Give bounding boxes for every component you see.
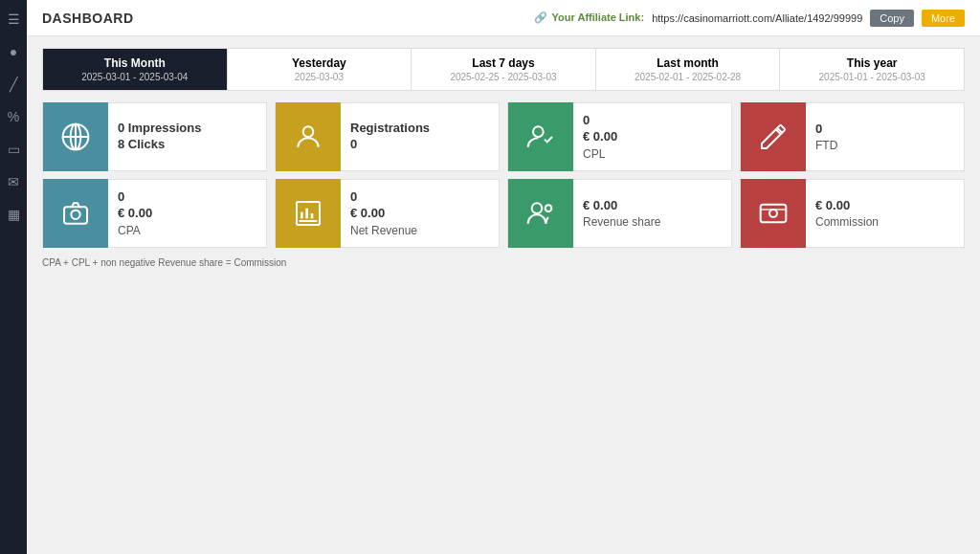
tab-last-month[interactable]: Last month 2025-02-01 - 2025-02-28: [596, 49, 781, 90]
net-revenue-value2: € 0.00: [350, 206, 489, 222]
cpa-value1: 0: [118, 189, 256, 206]
tab-this-month-date: 2025-03-01 - 2025-03-04: [53, 72, 217, 82]
net-revenue-label: Net Revenue: [350, 224, 489, 237]
revenue-share-value: € 0.00: [583, 198, 722, 214]
stat-card-impressions: 0 Impressions 8 Clicks: [42, 102, 267, 171]
svg-point-5: [533, 126, 544, 137]
tab-lastmonth-label: Last month: [606, 56, 770, 70]
sidebar-menu-icon[interactable]: ☰: [4, 10, 23, 29]
commission-label: Commission: [815, 215, 954, 229]
ftd-icon-box: [741, 102, 806, 171]
ftd-value: 0: [815, 122, 954, 138]
net-revenue-icon-box: [276, 179, 341, 248]
stat-card-revenue-share: € 0.00 Revenue share: [507, 179, 732, 248]
camera-icon: [60, 198, 91, 229]
copy-button[interactable]: Copy: [870, 10, 914, 27]
tab-this-month[interactable]: This Month 2025-03-01 - 2025-03-04: [43, 49, 228, 90]
formula-note: CPA + CPL + non negative Revenue share =…: [42, 257, 965, 268]
affiliate-url: https://casinomarriott.com/Alliate/1492/…: [652, 12, 862, 24]
svg-point-4: [303, 126, 314, 137]
clicks-value: 8 Clicks: [118, 137, 256, 153]
revenue-share-label: Revenue share: [583, 215, 722, 229]
sidebar-user-icon[interactable]: ●: [4, 42, 23, 61]
header: DASHBOARD 🔗 Your Affiliate Link: https:/…: [27, 0, 980, 36]
svg-point-14: [546, 205, 552, 211]
link-icon: 🔗: [534, 11, 547, 23]
cpa-info: 0 € 0.00 CPA: [108, 182, 266, 245]
tab-thisyear-label: This year: [790, 56, 954, 70]
page-title: DASHBOARD: [42, 11, 134, 26]
tab-yesterday-label: Yesterday: [237, 56, 402, 70]
tab-last7-label: Last 7 days: [421, 56, 586, 70]
impressions-info: 0 Impressions 8 Clicks: [108, 113, 266, 161]
sidebar-envelope-icon[interactable]: ✉: [4, 172, 23, 191]
tab-yesterday[interactable]: Yesterday 2025-03-03: [228, 49, 412, 90]
sidebar-percent-icon[interactable]: %: [4, 107, 23, 126]
commission-value: € 0.00: [815, 198, 954, 214]
sidebar-chart-icon[interactable]: ╱: [4, 75, 23, 94]
date-tabs: This Month 2025-03-01 - 2025-03-04 Yeste…: [42, 48, 965, 91]
stat-card-cpa: 0 € 0.00 CPA: [42, 179, 267, 248]
svg-rect-15: [761, 205, 787, 223]
tab-thisyear-date: 2025-01-01 - 2025-03-03: [790, 72, 954, 82]
ftd-label: FTD: [815, 139, 954, 152]
pen-icon: [758, 122, 789, 152]
stat-card-cpl: 0 € 0.00 CPL: [507, 102, 732, 171]
net-revenue-value1: 0: [350, 189, 489, 206]
stat-card-commission: € 0.00 Commission: [740, 179, 965, 248]
sidebar: ☰ ● ╱ % ▭ ✉ ▦: [0, 0, 27, 554]
content-area: This Month 2025-03-01 - 2025-03-04 Yeste…: [27, 36, 980, 554]
affiliate-link-area: 🔗 Your Affiliate Link: https://casinomar…: [534, 10, 965, 27]
affiliate-link-label: 🔗 Your Affiliate Link:: [534, 11, 644, 24]
cpl-value1: 0: [583, 113, 722, 129]
tab-last7-date: 2025-02-25 - 2025-03-03: [421, 72, 586, 82]
stat-card-ftd: 0 FTD: [740, 102, 965, 171]
svg-point-7: [71, 211, 79, 219]
net-revenue-info: 0 € 0.00 Net Revenue: [341, 182, 499, 245]
impressions-value: 0 Impressions: [118, 121, 256, 137]
cpl-label: CPL: [583, 147, 722, 161]
photo-icon: [758, 198, 789, 229]
registrations-info: Registrations 0: [341, 113, 499, 161]
commission-icon-box: [741, 179, 806, 248]
main-content: DASHBOARD 🔗 Your Affiliate Link: https:/…: [27, 0, 980, 554]
registrations-label: Registrations: [350, 121, 489, 137]
cpl-value2: € 0.00: [583, 129, 722, 145]
tab-yesterday-date: 2025-03-03: [237, 72, 402, 82]
registrations-icon-box: [276, 102, 341, 171]
tab-lastmonth-date: 2025-02-01 - 2025-02-28: [606, 72, 770, 82]
more-button[interactable]: More: [922, 10, 965, 27]
svg-point-13: [532, 203, 543, 213]
tab-last-7-days[interactable]: Last 7 days 2025-02-25 - 2025-03-03: [412, 49, 596, 90]
svg-point-16: [769, 210, 777, 217]
revenue-share-icon-box: [508, 179, 573, 248]
user-check-icon: [525, 122, 556, 152]
stat-card-registrations: Registrations 0: [275, 102, 500, 171]
cpa-icon-box: [43, 179, 108, 248]
impressions-icon-box: [43, 102, 108, 171]
stat-card-net-revenue: 0 € 0.00 Net Revenue: [275, 179, 500, 248]
chart-icon: [293, 198, 323, 229]
globe-icon: [60, 122, 91, 152]
stats-grid: 0 Impressions 8 Clicks Registrations 0: [42, 102, 965, 248]
user-share-icon: [525, 198, 556, 229]
commission-info: € 0.00 Commission: [806, 190, 964, 237]
user-icon: [293, 122, 323, 152]
sidebar-stats-icon[interactable]: ▦: [4, 205, 23, 224]
registrations-value: 0: [350, 137, 489, 153]
tab-this-year[interactable]: This year 2025-01-01 - 2025-03-03: [780, 49, 964, 90]
sidebar-file-icon[interactable]: ▭: [4, 140, 23, 159]
tab-this-month-label: This Month: [53, 56, 217, 70]
cpa-value2: € 0.00: [118, 206, 256, 222]
ftd-info: 0 FTD: [806, 114, 964, 161]
cpl-icon-box: [508, 102, 573, 171]
cpl-info: 0 € 0.00 CPL: [573, 105, 731, 168]
cpa-label: CPA: [118, 224, 256, 237]
revenue-share-info: € 0.00 Revenue share: [573, 190, 731, 237]
